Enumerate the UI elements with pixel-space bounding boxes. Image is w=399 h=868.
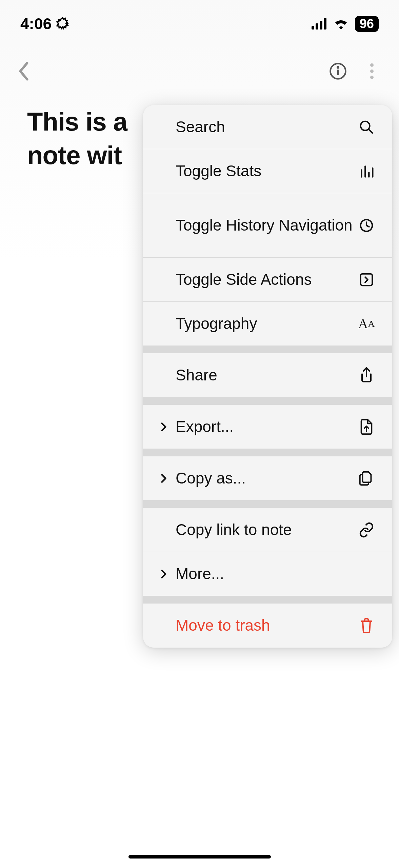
svg-rect-3: [324, 18, 326, 29]
export-file-icon: [357, 418, 376, 435]
svg-line-11: [368, 129, 373, 133]
menu-search[interactable]: Search: [143, 105, 392, 149]
menu-export-label: Export...: [176, 417, 357, 437]
status-time: 4:06: [20, 15, 52, 33]
menu-more-label: More...: [176, 564, 357, 584]
menu-separator: [143, 449, 392, 456]
back-button[interactable]: [17, 60, 31, 82]
typography-icon: AA: [357, 316, 376, 332]
svg-rect-2: [320, 21, 322, 29]
chevron-right-icon: [159, 569, 174, 579]
clock-icon: [357, 218, 376, 233]
top-nav: [0, 54, 399, 88]
menu-separator: [143, 596, 392, 604]
context-menu: Search Toggle Stats Toggle History Navig…: [143, 105, 392, 648]
copy-docs-icon: [357, 470, 376, 487]
menu-share[interactable]: Share: [143, 353, 392, 397]
svg-rect-1: [316, 23, 318, 29]
menu-more[interactable]: More...: [143, 552, 392, 596]
status-app-icon: [56, 17, 70, 31]
more-options-button[interactable]: [362, 61, 382, 81]
menu-separator: [143, 397, 392, 405]
svg-point-7: [370, 63, 374, 67]
svg-rect-0: [312, 26, 314, 29]
menu-copy-link[interactable]: Copy link to note: [143, 508, 392, 552]
menu-toggle-stats[interactable]: Toggle Stats: [143, 149, 392, 193]
menu-copy-as-label: Copy as...: [176, 469, 357, 488]
svg-rect-17: [361, 274, 373, 285]
menu-separator: [143, 346, 392, 353]
note-title-line1: This is a: [27, 107, 127, 136]
note-title-line2: note wit: [27, 141, 122, 170]
link-icon: [357, 522, 376, 538]
menu-copy-as[interactable]: Copy as...: [143, 456, 392, 500]
stats-icon: [357, 164, 376, 179]
menu-search-label: Search: [176, 117, 357, 137]
menu-move-to-trash[interactable]: Move to trash: [143, 604, 392, 648]
menu-typography-label: Typography: [176, 314, 357, 334]
status-bar: 4:06 96: [0, 0, 399, 47]
menu-export[interactable]: Export...: [143, 405, 392, 449]
menu-copy-link-label: Copy link to note: [176, 520, 357, 540]
search-icon: [357, 119, 376, 135]
chevron-right-icon: [159, 421, 174, 432]
info-button[interactable]: [328, 61, 348, 81]
menu-toggle-stats-label: Toggle Stats: [176, 161, 357, 181]
menu-toggle-side-actions[interactable]: Toggle Side Actions: [143, 258, 392, 302]
svg-point-9: [370, 76, 374, 79]
trash-icon: [357, 617, 376, 634]
svg-point-6: [337, 67, 339, 68]
wifi-icon: [333, 18, 349, 29]
share-icon: [357, 367, 376, 384]
svg-point-8: [370, 70, 374, 73]
battery-level: 96: [355, 16, 379, 32]
menu-toggle-history-nav[interactable]: Toggle History Navigation: [143, 193, 392, 258]
home-indicator[interactable]: [128, 855, 271, 859]
menu-separator: [143, 500, 392, 508]
menu-share-label: Share: [176, 366, 357, 385]
chevron-right-icon: [159, 473, 174, 484]
menu-typography[interactable]: Typography AA: [143, 302, 392, 346]
cellular-signal-icon: [312, 18, 327, 29]
menu-toggle-side-actions-label: Toggle Side Actions: [176, 270, 357, 290]
menu-toggle-history-nav-label: Toggle History Navigation: [176, 216, 357, 235]
side-actions-icon: [357, 272, 376, 288]
menu-move-to-trash-label: Move to trash: [176, 616, 357, 635]
